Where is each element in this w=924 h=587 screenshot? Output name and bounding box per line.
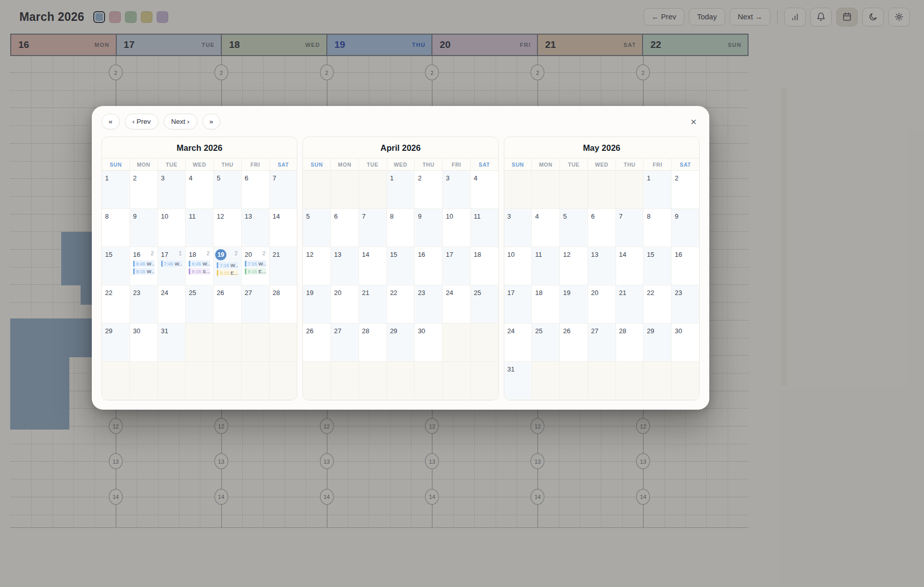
day-cell-22[interactable]: 22 — [387, 285, 415, 324]
day-cell-7[interactable]: 7 — [616, 209, 644, 247]
day-cell-27[interactable]: 27 — [588, 324, 616, 362]
day-cell-3[interactable]: 3 — [504, 209, 532, 247]
day-cell-21[interactable]: 21 — [359, 285, 387, 324]
day-cell-12[interactable]: 12 — [214, 209, 242, 247]
day-cell-2[interactable]: 2 — [672, 171, 699, 209]
day-cell-11[interactable]: 11 — [471, 209, 498, 247]
day-cell-9[interactable]: 9 — [130, 209, 158, 247]
day-cell-15[interactable]: 15 — [644, 247, 672, 285]
day-cell-6[interactable]: 6 — [242, 171, 270, 209]
event-chip[interactable]: 7:15Work — [217, 262, 238, 269]
event-chip[interactable]: 6:45Work — [133, 260, 155, 267]
day-cell-8[interactable]: 8 — [102, 209, 130, 247]
day-cell-9[interactable]: 9 — [415, 209, 443, 247]
day-cell-5[interactable]: 5 — [214, 171, 242, 209]
day-cell-21[interactable]: 21 — [270, 247, 297, 285]
day-cell-1[interactable]: 1 — [102, 171, 130, 209]
day-cell-30[interactable]: 30 — [672, 324, 699, 362]
day-cell-29[interactable]: 29 — [387, 324, 415, 362]
day-cell-4[interactable]: 4 — [186, 171, 214, 209]
day-cell-30[interactable]: 30 — [130, 324, 158, 362]
event-chip[interactable]: 9:15Social — [189, 268, 210, 275]
day-cell-18[interactable]: 1826:45Work9:15Social — [186, 247, 214, 285]
day-cell-23[interactable]: 23 — [415, 285, 443, 324]
day-cell-10[interactable]: 10 — [158, 209, 186, 247]
day-cell-24[interactable]: 24 — [158, 285, 186, 324]
day-cell-14[interactable]: 14 — [616, 247, 644, 285]
day-cell-31[interactable]: 31 — [158, 324, 186, 362]
event-chip[interactable]: 9:15Erra… — [217, 270, 238, 276]
day-cell-16[interactable]: 1626:45Work9:15Work — [130, 247, 158, 285]
event-chip[interactable]: 7:15Work — [245, 260, 266, 267]
day-cell-25[interactable]: 25 — [471, 285, 498, 324]
day-cell-26[interactable]: 26 — [214, 285, 242, 324]
event-chip[interactable]: 9:15Exer… — [245, 268, 266, 275]
day-cell-8[interactable]: 8 — [387, 209, 415, 247]
day-cell-17[interactable]: 17 — [504, 285, 532, 324]
event-chip[interactable]: 7:45Work — [161, 260, 183, 267]
day-cell-19[interactable]: 19 — [560, 285, 588, 324]
day-cell-27[interactable]: 27 — [242, 285, 270, 324]
day-cell-5[interactable]: 5 — [303, 209, 331, 247]
day-cell-15[interactable]: 15 — [387, 247, 415, 285]
day-cell-25[interactable]: 25 — [186, 285, 214, 324]
day-cell-23[interactable]: 23 — [672, 285, 699, 324]
day-cell-13[interactable]: 13 — [588, 247, 616, 285]
event-chip[interactable]: 6:45Work — [189, 260, 210, 267]
day-cell-19[interactable]: 1927:15Work9:15Erra… — [214, 247, 242, 285]
day-cell-13[interactable]: 13 — [242, 209, 270, 247]
day-cell-24[interactable]: 24 — [504, 324, 532, 362]
day-cell-20[interactable]: 20 — [588, 285, 616, 324]
day-cell-29[interactable]: 29 — [102, 324, 130, 362]
day-cell-10[interactable]: 10 — [504, 247, 532, 285]
day-cell-26[interactable]: 26 — [303, 324, 331, 362]
day-cell-2[interactable]: 2 — [130, 171, 158, 209]
day-cell-1[interactable]: 1 — [387, 171, 415, 209]
day-cell-1[interactable]: 1 — [644, 171, 672, 209]
day-cell-6[interactable]: 6 — [331, 209, 359, 247]
day-cell-6[interactable]: 6 — [588, 209, 616, 247]
day-cell-8[interactable]: 8 — [644, 209, 672, 247]
day-cell-14[interactable]: 14 — [270, 209, 297, 247]
first-page-button[interactable]: « — [101, 114, 120, 129]
next-month-button[interactable]: Next › — [164, 114, 197, 129]
day-cell-3[interactable]: 3 — [158, 171, 186, 209]
day-cell-27[interactable]: 27 — [331, 324, 359, 362]
day-cell-14[interactable]: 14 — [359, 247, 387, 285]
day-cell-21[interactable]: 21 — [616, 285, 644, 324]
day-cell-11[interactable]: 11 — [532, 247, 560, 285]
day-cell-29[interactable]: 29 — [644, 324, 672, 362]
day-cell-17[interactable]: 17 — [443, 247, 471, 285]
day-cell-11[interactable]: 11 — [186, 209, 214, 247]
day-cell-19[interactable]: 19 — [303, 285, 331, 324]
day-cell-16[interactable]: 16 — [415, 247, 443, 285]
day-cell-15[interactable]: 15 — [102, 247, 130, 285]
close-icon[interactable]: × — [687, 115, 700, 129]
day-cell-18[interactable]: 18 — [532, 285, 560, 324]
day-cell-10[interactable]: 10 — [443, 209, 471, 247]
day-cell-2[interactable]: 2 — [415, 171, 443, 209]
day-cell-4[interactable]: 4 — [471, 171, 498, 209]
day-cell-7[interactable]: 7 — [359, 209, 387, 247]
day-cell-13[interactable]: 13 — [331, 247, 359, 285]
day-cell-22[interactable]: 22 — [102, 285, 130, 324]
day-cell-24[interactable]: 24 — [443, 285, 471, 324]
day-cell-30[interactable]: 30 — [415, 324, 443, 362]
day-cell-17[interactable]: 1717:45Work — [158, 247, 186, 285]
day-cell-31[interactable]: 31 — [504, 362, 532, 400]
day-cell-7[interactable]: 7 — [270, 171, 297, 209]
day-cell-20[interactable]: 2027:15Work9:15Exer… — [242, 247, 270, 285]
day-cell-5[interactable]: 5 — [560, 209, 588, 247]
day-cell-12[interactable]: 12 — [560, 247, 588, 285]
day-cell-3[interactable]: 3 — [443, 171, 471, 209]
day-cell-22[interactable]: 22 — [644, 285, 672, 324]
day-cell-23[interactable]: 23 — [130, 285, 158, 324]
day-cell-18[interactable]: 18 — [471, 247, 498, 285]
day-cell-28[interactable]: 28 — [359, 324, 387, 362]
day-cell-28[interactable]: 28 — [616, 324, 644, 362]
prev-month-button[interactable]: ‹ Prev — [125, 114, 159, 129]
day-cell-12[interactable]: 12 — [303, 247, 331, 285]
day-cell-28[interactable]: 28 — [270, 285, 297, 324]
day-cell-16[interactable]: 16 — [672, 247, 699, 285]
day-cell-9[interactable]: 9 — [672, 209, 699, 247]
